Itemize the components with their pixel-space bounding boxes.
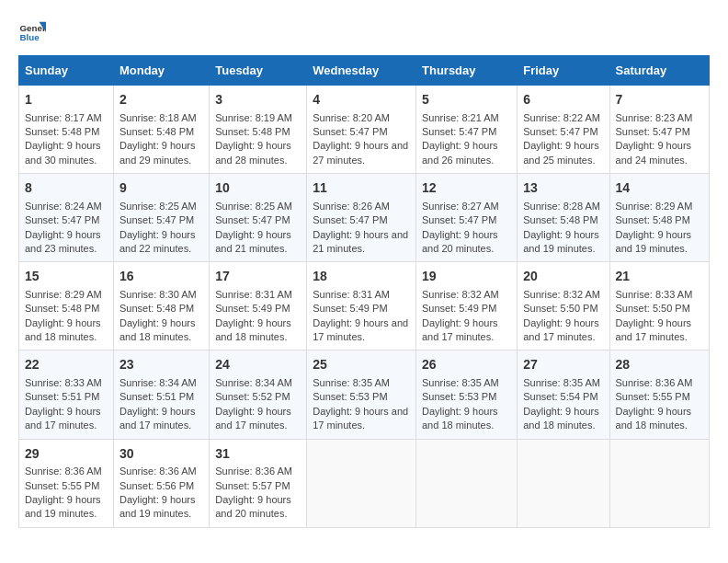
cell-sunset: Sunset: 5:48 PM: [523, 214, 597, 225]
calendar-cell: 7Sunrise: 8:23 AMSunset: 5:47 PMDaylight…: [609, 86, 709, 174]
calendar-cell: [307, 439, 416, 527]
calendar-cell: 22Sunrise: 8:33 AMSunset: 5:51 PMDayligh…: [19, 350, 114, 439]
cell-sunset: Sunset: 5:56 PM: [119, 480, 194, 491]
cell-sunrise: Sunrise: 8:29 AM: [616, 201, 693, 212]
cell-sunrise: Sunrise: 8:25 AM: [119, 201, 197, 212]
cell-sunset: Sunset: 5:47 PM: [25, 214, 99, 225]
cell-sunset: Sunset: 5:47 PM: [313, 126, 387, 137]
cell-sunset: Sunset: 5:53 PM: [313, 391, 387, 402]
cell-sunset: Sunset: 5:48 PM: [215, 126, 290, 137]
day-of-week-header: Wednesday: [307, 56, 416, 86]
cell-sunrise: Sunrise: 8:36 AM: [215, 465, 292, 477]
calendar-cell: 26Sunrise: 8:35 AMSunset: 5:53 PMDayligh…: [416, 350, 518, 439]
day-number: 19: [422, 268, 511, 286]
calendar-cell: 27Sunrise: 8:35 AMSunset: 5:54 PMDayligh…: [518, 350, 609, 439]
day-number: 12: [422, 179, 511, 198]
day-number: 23: [119, 356, 203, 374]
calendar-week-row: 1Sunrise: 8:17 AMSunset: 5:48 PMDaylight…: [19, 86, 710, 174]
calendar-week-row: 22Sunrise: 8:33 AMSunset: 5:51 PMDayligh…: [19, 350, 710, 439]
calendar-cell: 6Sunrise: 8:22 AMSunset: 5:47 PMDaylight…: [518, 86, 609, 174]
cell-daylight: Daylight: 9 hours and 24 minutes.: [616, 140, 692, 165]
day-number: 10: [215, 179, 301, 198]
cell-sunrise: Sunrise: 8:19 AM: [215, 112, 292, 123]
calendar-week-row: 15Sunrise: 8:29 AMSunset: 5:48 PMDayligh…: [19, 262, 710, 350]
cell-daylight: Daylight: 9 hours and 19 minutes.: [119, 494, 196, 519]
day-number: 4: [313, 91, 410, 109]
day-number: 27: [523, 356, 603, 374]
svg-text:Blue: Blue: [20, 32, 40, 42]
calendar-cell: 9Sunrise: 8:25 AMSunset: 5:47 PMDaylight…: [113, 174, 209, 262]
cell-sunset: Sunset: 5:47 PM: [422, 126, 496, 137]
calendar-cell: 28Sunrise: 8:36 AMSunset: 5:55 PMDayligh…: [609, 350, 709, 439]
calendar-cell: 31Sunrise: 8:36 AMSunset: 5:57 PMDayligh…: [210, 439, 307, 527]
cell-daylight: Daylight: 9 hours and 19 minutes.: [523, 229, 599, 254]
cell-daylight: Daylight: 9 hours and 19 minutes.: [616, 229, 692, 254]
cell-sunrise: Sunrise: 8:34 AM: [119, 377, 197, 388]
cell-daylight: Daylight: 9 hours and 20 minutes.: [215, 494, 291, 519]
cell-daylight: Daylight: 9 hours and 17 minutes.: [119, 406, 196, 431]
calendar-cell: 16Sunrise: 8:30 AMSunset: 5:48 PMDayligh…: [113, 262, 209, 350]
cell-sunset: Sunset: 5:49 PM: [422, 303, 496, 314]
calendar-cell: 3Sunrise: 8:19 AMSunset: 5:48 PMDaylight…: [210, 86, 307, 174]
cell-daylight: Daylight: 9 hours and 18 minutes.: [119, 317, 196, 342]
cell-sunrise: Sunrise: 8:31 AM: [313, 289, 390, 300]
cell-daylight: Daylight: 9 hours and 20 minutes.: [422, 229, 498, 254]
calendar-cell: 10Sunrise: 8:25 AMSunset: 5:47 PMDayligh…: [210, 174, 307, 262]
cell-daylight: Daylight: 9 hours and 21 minutes.: [215, 229, 291, 254]
cell-daylight: Daylight: 9 hours and 21 minutes.: [313, 229, 408, 254]
day-number: 6: [523, 91, 603, 109]
cell-sunset: Sunset: 5:52 PM: [215, 391, 290, 402]
calendar-cell: 30Sunrise: 8:36 AMSunset: 5:56 PMDayligh…: [113, 439, 209, 527]
calendar-cell: 1Sunrise: 8:17 AMSunset: 5:48 PMDaylight…: [19, 86, 114, 174]
day-number: 26: [422, 356, 511, 374]
cell-daylight: Daylight: 9 hours and 17 minutes.: [313, 406, 408, 431]
day-number: 3: [215, 91, 301, 109]
cell-daylight: Daylight: 9 hours and 23 minutes.: [25, 229, 101, 254]
cell-sunset: Sunset: 5:55 PM: [25, 480, 99, 491]
cell-sunrise: Sunrise: 8:36 AM: [616, 377, 693, 388]
cell-daylight: Daylight: 9 hours and 18 minutes.: [616, 406, 692, 431]
calendar-header-row: SundayMondayTuesdayWednesdayThursdayFrid…: [19, 56, 710, 86]
calendar-cell: 2Sunrise: 8:18 AMSunset: 5:48 PMDaylight…: [113, 86, 209, 174]
cell-sunrise: Sunrise: 8:32 AM: [523, 289, 600, 300]
cell-daylight: Daylight: 9 hours and 25 minutes.: [523, 140, 599, 165]
day-of-week-header: Monday: [113, 56, 209, 86]
cell-sunset: Sunset: 5:50 PM: [616, 303, 690, 314]
calendar-cell: 11Sunrise: 8:26 AMSunset: 5:47 PMDayligh…: [307, 174, 416, 262]
day-number: 17: [215, 268, 301, 286]
cell-sunrise: Sunrise: 8:31 AM: [215, 289, 292, 300]
calendar-cell: 5Sunrise: 8:21 AMSunset: 5:47 PMDaylight…: [416, 86, 518, 174]
calendar-table: SundayMondayTuesdayWednesdayThursdayFrid…: [18, 55, 710, 528]
cell-sunrise: Sunrise: 8:36 AM: [25, 465, 102, 477]
cell-sunset: Sunset: 5:48 PM: [25, 303, 99, 314]
cell-sunset: Sunset: 5:48 PM: [119, 126, 194, 137]
day-of-week-header: Saturday: [609, 56, 709, 86]
cell-sunset: Sunset: 5:47 PM: [215, 214, 290, 225]
cell-sunrise: Sunrise: 8:35 AM: [523, 377, 600, 388]
calendar-cell: 25Sunrise: 8:35 AMSunset: 5:53 PMDayligh…: [307, 350, 416, 439]
day-of-week-header: Sunday: [19, 56, 114, 86]
calendar-cell: 17Sunrise: 8:31 AMSunset: 5:49 PMDayligh…: [210, 262, 307, 350]
cell-daylight: Daylight: 9 hours and 17 minutes.: [313, 317, 408, 342]
calendar-cell: 18Sunrise: 8:31 AMSunset: 5:49 PMDayligh…: [307, 262, 416, 350]
day-of-week-header: Thursday: [416, 56, 518, 86]
cell-sunset: Sunset: 5:55 PM: [616, 391, 690, 402]
cell-sunrise: Sunrise: 8:33 AM: [25, 377, 102, 388]
calendar-cell: 12Sunrise: 8:27 AMSunset: 5:47 PMDayligh…: [416, 174, 518, 262]
cell-sunset: Sunset: 5:47 PM: [119, 214, 194, 225]
cell-sunrise: Sunrise: 8:35 AM: [422, 377, 499, 388]
cell-sunset: Sunset: 5:57 PM: [215, 480, 290, 491]
cell-sunset: Sunset: 5:47 PM: [313, 214, 387, 225]
day-number: 25: [313, 356, 410, 374]
day-number: 14: [616, 179, 703, 198]
cell-daylight: Daylight: 9 hours and 18 minutes.: [422, 406, 498, 431]
cell-sunrise: Sunrise: 8:26 AM: [313, 201, 390, 212]
cell-daylight: Daylight: 9 hours and 18 minutes.: [215, 317, 291, 342]
calendar-cell: [416, 439, 518, 527]
cell-sunset: Sunset: 5:48 PM: [616, 214, 690, 225]
cell-sunset: Sunset: 5:53 PM: [422, 391, 496, 402]
cell-sunrise: Sunrise: 8:22 AM: [523, 112, 600, 123]
cell-sunrise: Sunrise: 8:28 AM: [523, 201, 600, 212]
calendar-cell: 21Sunrise: 8:33 AMSunset: 5:50 PMDayligh…: [609, 262, 709, 350]
cell-sunrise: Sunrise: 8:23 AM: [616, 112, 693, 123]
